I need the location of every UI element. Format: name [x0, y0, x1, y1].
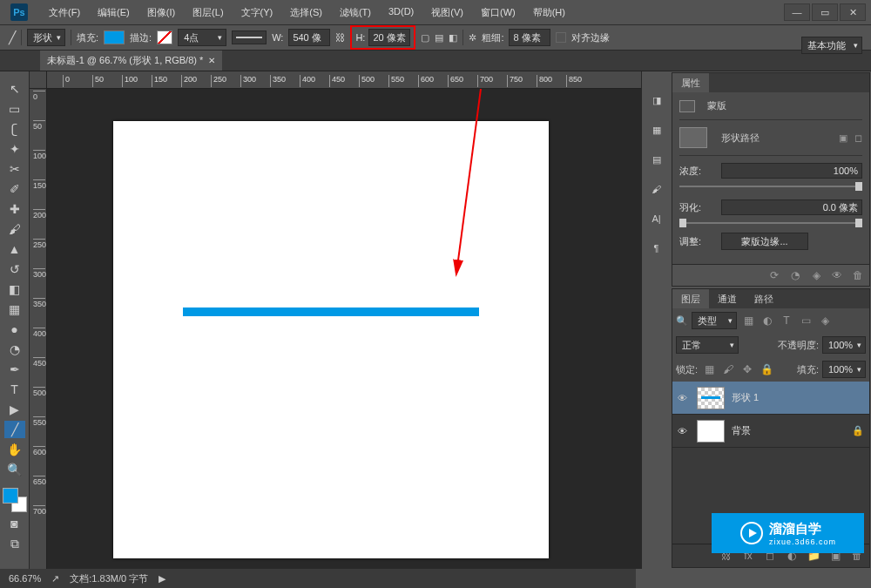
layer-item-shape1[interactable]: 👁 形状 1 — [672, 382, 869, 415]
density-input[interactable] — [721, 163, 862, 179]
menu-edit[interactable]: 编辑(E) — [89, 6, 138, 19]
crop-tool[interactable]: ✂ — [4, 160, 25, 178]
opacity-input[interactable]: 100% — [822, 336, 866, 354]
feather-input[interactable] — [721, 199, 862, 215]
channels-tab[interactable]: 通道 — [709, 289, 746, 308]
paths-tab[interactable]: 路径 — [746, 289, 782, 308]
color-panel-icon[interactable]: ▦ — [647, 122, 666, 138]
quick-mask-toggle[interactable]: ◙ — [4, 515, 25, 532]
align-icon[interactable]: ▤ — [435, 32, 443, 44]
canvas-viewport[interactable] — [47, 89, 641, 569]
doc-info[interactable]: 文档:1.83M/0 字节 — [70, 572, 148, 585]
type-tool[interactable]: T — [4, 381, 25, 398]
visibility-icon[interactable]: 👁 — [678, 426, 690, 436]
arrange-icon[interactable]: ◧ — [449, 32, 457, 44]
menu-file[interactable]: 文件(F) — [40, 6, 89, 19]
maximize-button[interactable]: ▭ — [812, 3, 838, 21]
menu-view[interactable]: 视图(V) — [422, 6, 472, 19]
gear-icon[interactable]: ✲ — [469, 32, 476, 44]
align-edges-checkbox[interactable] — [556, 32, 566, 43]
toggle-mask-icon[interactable]: 👁 — [829, 268, 845, 282]
menu-select[interactable]: 选择(S) — [281, 6, 331, 19]
shape-mode-dropdown[interactable]: 形状 — [27, 29, 65, 46]
history-panel-icon[interactable]: ◨ — [647, 92, 666, 108]
mask-edge-button[interactable]: 蒙版边缘... — [721, 233, 808, 250]
filter-type-dropdown[interactable]: 类型 — [692, 312, 737, 329]
filter-type-icon[interactable]: T — [779, 314, 794, 328]
screen-mode-toggle[interactable]: ⧉ — [4, 535, 25, 552]
minimize-button[interactable]: — — [784, 3, 810, 21]
blend-mode-dropdown[interactable]: 正常 — [676, 336, 739, 354]
lock-all-icon[interactable]: 🔒 — [759, 362, 774, 376]
layer-thumbnail[interactable] — [697, 420, 725, 443]
menu-window[interactable]: 窗口(W) — [472, 6, 524, 19]
apply-icon[interactable]: ◈ — [808, 268, 824, 282]
stroke-color-swatch[interactable] — [157, 30, 172, 44]
lasso-tool[interactable]: ʗ — [4, 120, 25, 138]
load-selection-icon[interactable]: ◔ — [787, 268, 803, 282]
lock-position-icon[interactable]: ✥ — [739, 362, 755, 376]
stroke-width-dropdown[interactable]: 4点 — [178, 29, 226, 46]
weight-input[interactable] — [509, 29, 550, 46]
paragraph-panel-icon[interactable]: ¶ — [647, 240, 666, 256]
menu-filter[interactable]: 滤镜(T) — [331, 6, 380, 19]
canvas[interactable] — [113, 121, 549, 558]
line-tool[interactable]: ╱ — [4, 421, 25, 438]
properties-tab[interactable]: 属性 — [672, 73, 709, 92]
hand-tool[interactable]: ✋ — [4, 441, 25, 458]
fill-color-swatch[interactable] — [104, 30, 125, 44]
lock-transparency-icon[interactable]: ▦ — [701, 362, 717, 376]
density-slider[interactable] — [679, 186, 862, 187]
height-input[interactable] — [368, 29, 410, 46]
lock-paint-icon[interactable]: 🖌 — [720, 362, 736, 376]
visibility-icon[interactable]: 👁 — [678, 393, 690, 403]
width-input[interactable] — [288, 29, 330, 46]
layers-tab[interactable]: 图层 — [672, 289, 709, 308]
swatch-panel-icon[interactable]: ▤ — [647, 152, 666, 167]
stroke-style-dropdown[interactable] — [232, 30, 267, 44]
stamp-tool[interactable]: ▲ — [4, 240, 25, 258]
brush-tool[interactable]: 🖌 — [4, 220, 25, 238]
gradient-tool[interactable]: ▦ — [4, 301, 25, 318]
layer-item-background[interactable]: 👁 背景 🔒 — [672, 415, 869, 448]
marquee-tool[interactable]: ▭ — [4, 100, 25, 118]
delete-mask-icon[interactable]: 🗑 — [850, 268, 866, 282]
eraser-tool[interactable]: ◧ — [4, 280, 25, 298]
filter-shape-icon[interactable]: ▭ — [798, 314, 814, 328]
fill-opacity-input[interactable]: 100% — [822, 361, 866, 378]
menu-layer[interactable]: 图层(L) — [184, 6, 232, 19]
zoom-tool[interactable]: 🔍 — [4, 461, 25, 478]
character-panel-icon[interactable]: A| — [647, 211, 666, 226]
menu-3d[interactable]: 3D(D) — [380, 6, 422, 19]
path-ops-icon[interactable]: ▢ — [421, 32, 429, 44]
shape-line[interactable] — [183, 308, 479, 316]
dodge-tool[interactable]: ◔ — [4, 341, 25, 358]
path-select-tool[interactable]: ▶ — [4, 401, 25, 418]
pen-tool[interactable]: ✒ — [4, 361, 25, 378]
pixel-mask-icon[interactable]: ▣ — [839, 132, 847, 144]
close-tab-icon[interactable]: ✕ — [208, 56, 215, 65]
filter-smartobj-icon[interactable]: ◈ — [817, 314, 833, 328]
layer-thumbnail[interactable] — [697, 387, 725, 409]
link-icon[interactable]: ⛓ — [335, 32, 345, 43]
feather-slider[interactable] — [679, 222, 862, 224]
menu-type[interactable]: 文字(Y) — [233, 6, 282, 19]
status-arrow-icon[interactable]: ▶ — [159, 573, 165, 585]
foreground-color[interactable] — [3, 488, 18, 504]
menu-help[interactable]: 帮助(H) — [524, 6, 574, 19]
move-tool[interactable]: ↖ — [4, 80, 25, 98]
color-picker[interactable] — [3, 488, 27, 512]
vector-mask-icon[interactable]: ◻ — [854, 132, 862, 144]
workspace-selector[interactable]: 基本功能 — [801, 37, 862, 54]
close-button[interactable]: ✕ — [840, 3, 866, 21]
wand-tool[interactable]: ✦ — [4, 140, 25, 158]
healing-tool[interactable]: ✚ — [4, 200, 25, 218]
invert-icon[interactable]: ⟳ — [766, 268, 782, 282]
filter-pixel-icon[interactable]: ▦ — [740, 314, 756, 328]
history-brush-tool[interactable]: ↺ — [4, 260, 25, 278]
document-tab[interactable]: 未标题-1 @ 66.7% (形状 1, RGB/8) * ✕ — [40, 51, 222, 71]
eyedropper-tool[interactable]: ✐ — [4, 180, 25, 198]
brush-panel-icon[interactable]: 🖌 — [647, 181, 666, 197]
blur-tool[interactable]: ● — [4, 321, 25, 338]
export-icon[interactable]: ↗ — [51, 573, 59, 585]
